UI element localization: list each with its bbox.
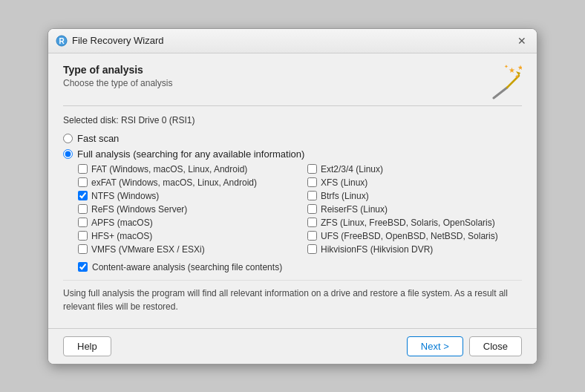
fast-scan-label: Fast scan — [77, 133, 119, 144]
title-bar: R File Recovery Wizard ✕ — [48, 29, 537, 53]
close-button[interactable]: Close — [469, 336, 522, 356]
content-aware-option[interactable]: Content-aware analysis (searching file c… — [78, 262, 522, 272]
fs-hfsplus-label: HFS+ (macOS) — [91, 231, 152, 241]
content-aware-label: Content-aware analysis (searching file c… — [92, 262, 282, 272]
fs-btrfs-checkbox[interactable] — [307, 191, 317, 200]
window-icon: R — [56, 35, 68, 47]
fast-scan-radio[interactable] — [63, 134, 73, 143]
fs-exfat-option[interactable]: exFAT (Windows, macOS, Linux, Android) — [78, 177, 292, 188]
analysis-type-subtitle: Choose the type of analysis — [63, 78, 172, 88]
wand-icon-container: ★ ✦ ✦ ★ — [486, 64, 522, 99]
fs-ext234-label: Ext2/3/4 (Linux) — [321, 164, 383, 174]
header-section: Type of analysis Choose the type of anal… — [48, 53, 537, 105]
fs-refs-option[interactable]: ReFS (Windows Server) — [78, 204, 292, 215]
fs-ntfs-option[interactable]: NTFS (Windows) — [78, 191, 292, 201]
fs-reiserfs-label: ReiserFS (Linux) — [321, 204, 388, 215]
fs-ufs-checkbox[interactable] — [307, 231, 317, 241]
fs-ext234-option[interactable]: Ext2/3/4 (Linux) — [307, 164, 522, 174]
full-analysis-radio[interactable] — [63, 149, 73, 159]
svg-text:R: R — [59, 37, 65, 45]
fs-refs-checkbox[interactable] — [78, 204, 88, 214]
fs-fat-label: FAT (Windows, macOS, Linux, Android) — [91, 164, 247, 174]
fs-exfat-checkbox[interactable] — [78, 177, 88, 187]
fs-hikvision-option[interactable]: HikvisionFS (Hikvision DVR) — [307, 244, 522, 255]
fs-reiserfs-checkbox[interactable] — [307, 204, 317, 214]
svg-line-2 — [494, 88, 507, 98]
fs-hikvision-label: HikvisionFS (Hikvision DVR) — [321, 244, 433, 255]
fs-hfsplus-checkbox[interactable] — [78, 231, 88, 241]
fs-zfs-option[interactable]: ZFS (Linux, FreeBSD, Solaris, OpenSolari… — [307, 218, 522, 228]
fs-btrfs-label: Btrfs (Linux) — [321, 191, 369, 201]
fs-ntfs-checkbox[interactable] — [78, 191, 88, 200]
fs-ntfs-label: NTFS (Windows) — [91, 191, 159, 201]
full-analysis-option[interactable]: Full analysis (searching for any availab… — [63, 148, 522, 160]
analysis-type-heading: Type of analysis — [63, 64, 172, 76]
fs-reiserfs-option[interactable]: ReiserFS (Linux) — [307, 204, 522, 215]
fs-ufs-label: UFS (FreeBSD, OpenBSD, NetBSD, Solaris) — [321, 231, 498, 241]
fs-xfs-label: XFS (Linux) — [321, 177, 367, 188]
file-recovery-dialog: R File Recovery Wizard ✕ Type of analysi… — [48, 28, 537, 365]
fs-ext234-checkbox[interactable] — [307, 164, 317, 174]
header-text: Type of analysis Choose the type of anal… — [63, 64, 172, 88]
fs-btrfs-option[interactable]: Btrfs (Linux) — [307, 191, 522, 201]
fs-refs-label: ReFS (Windows Server) — [91, 204, 187, 215]
fs-exfat-label: exFAT (Windows, macOS, Linux, Android) — [91, 177, 257, 188]
help-button[interactable]: Help — [63, 336, 111, 356]
title-bar-left: R File Recovery Wizard — [56, 35, 164, 47]
fast-scan-option[interactable]: Fast scan — [63, 133, 522, 144]
fs-fat-option[interactable]: FAT (Windows, macOS, Linux, Android) — [78, 164, 292, 174]
footer: Help Next > Close — [48, 328, 537, 364]
fs-hfsplus-option[interactable]: HFS+ (macOS) — [78, 231, 292, 241]
fs-vmfs-checkbox[interactable] — [78, 244, 88, 254]
fs-hikvision-checkbox[interactable] — [307, 244, 317, 254]
dialog-title: File Recovery Wizard — [72, 35, 164, 46]
dialog-close-button[interactable]: ✕ — [514, 33, 529, 48]
fs-apfs-label: APFS (macOS) — [91, 218, 153, 228]
filesystem-options: FAT (Windows, macOS, Linux, Android) Ext… — [78, 164, 522, 255]
fs-vmfs-option[interactable]: VMFS (VMware ESX / ESXi) — [78, 244, 292, 255]
svg-text:✦: ✦ — [514, 74, 520, 80]
fs-fat-checkbox[interactable] — [78, 164, 88, 174]
fs-zfs-label: ZFS (Linux, FreeBSD, Solaris, OpenSolari… — [321, 218, 495, 228]
svg-text:★: ★ — [517, 64, 522, 71]
fs-apfs-checkbox[interactable] — [78, 218, 88, 227]
fs-xfs-option[interactable]: XFS (Linux) — [307, 177, 522, 188]
svg-text:✦: ✦ — [504, 64, 509, 69]
wizard-wand-icon: ★ ✦ ✦ ★ — [486, 64, 522, 99]
fs-xfs-checkbox[interactable] — [307, 177, 317, 187]
selected-disk-label: Selected disk: RSI Drive 0 (RSI1) — [63, 115, 522, 125]
content-aware-checkbox[interactable] — [78, 262, 88, 272]
fs-ufs-option[interactable]: UFS (FreeBSD, OpenBSD, NetBSD, Solaris) — [307, 231, 522, 241]
footer-right-buttons: Next > Close — [407, 336, 522, 356]
fs-vmfs-label: VMFS (VMware ESX / ESXi) — [91, 244, 205, 255]
info-text: Using full analysis the program will fin… — [63, 280, 522, 319]
full-analysis-label: Full analysis (searching for any availab… — [77, 148, 304, 160]
main-content: Selected disk: RSI Drive 0 (RSI1) Fast s… — [48, 106, 537, 328]
fs-apfs-option[interactable]: APFS (macOS) — [78, 218, 292, 228]
fs-zfs-checkbox[interactable] — [307, 218, 317, 227]
next-button[interactable]: Next > — [407, 336, 463, 356]
